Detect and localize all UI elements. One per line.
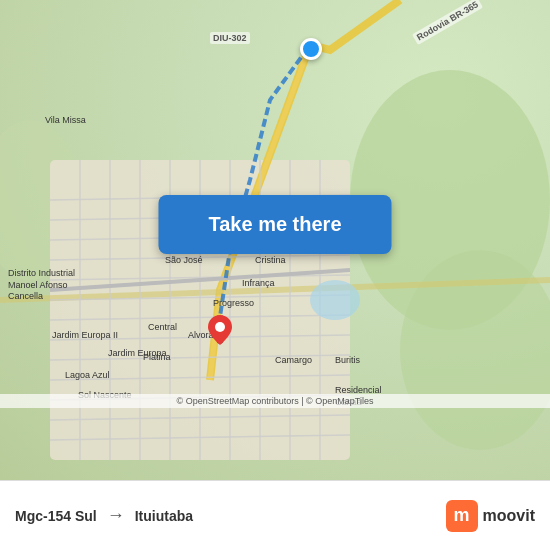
- place-label-jardim-europa: Jardim Europa: [108, 348, 167, 358]
- moovit-text: moovit: [483, 507, 535, 525]
- place-label-buritis: Buritis: [335, 355, 360, 365]
- place-label-camargo: Camargo: [275, 355, 312, 365]
- place-label-central: Central: [148, 322, 177, 332]
- moovit-icon: m: [446, 500, 478, 532]
- route-to: Ituiutaba: [135, 508, 193, 524]
- place-label-jardim-europa-ii: Jardim Europa II: [52, 330, 118, 340]
- start-marker: [300, 38, 322, 60]
- place-label-lagoa-azul: Lagoa Azul: [65, 370, 110, 380]
- place-label-distrito-industrial: Distrito IndustrialManoel AfonsoCancella: [8, 268, 75, 303]
- road-label-diu302: DIU-302: [210, 32, 250, 44]
- place-label-cristina: Cristina: [255, 255, 286, 265]
- place-label-vila-missa: Vila Missa: [45, 115, 86, 125]
- place-label-sao-jose: São José: [165, 255, 203, 265]
- svg-point-27: [215, 322, 225, 332]
- route-from: Mgc-154 Sul: [15, 508, 97, 524]
- map-container: DIU-302 Rodovia BR-365 Vila Missa Garden…: [0, 0, 550, 480]
- take-me-there-button[interactable]: Take me there: [158, 195, 391, 254]
- place-label-progresso: Progresso: [213, 298, 254, 308]
- destination-marker: [208, 315, 232, 345]
- map-attribution: © OpenStreetMap contributors | © OpenMap…: [0, 394, 550, 408]
- moovit-logo: m moovit: [446, 500, 535, 532]
- route-info: Mgc-154 Sul → Ituiutaba: [15, 505, 446, 526]
- route-arrow-icon: →: [107, 505, 125, 526]
- place-label-infranga: Infrança: [242, 278, 275, 288]
- svg-point-26: [310, 280, 360, 320]
- bottom-bar: Mgc-154 Sul → Ituiutaba m moovit: [0, 480, 550, 550]
